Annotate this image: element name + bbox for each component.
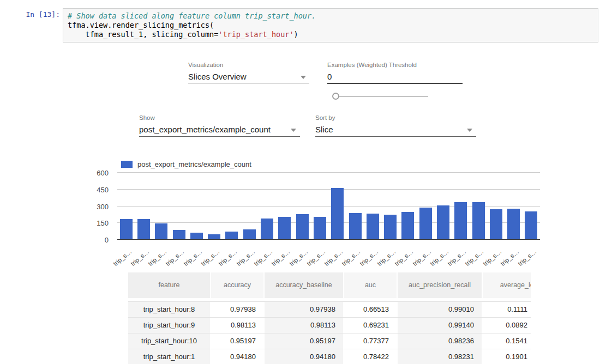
- bar-slot: [346, 173, 364, 240]
- y-tick-label: 600: [97, 169, 109, 177]
- bar-slot: [170, 173, 188, 240]
- bar[interactable]: [525, 211, 537, 240]
- code-line-comment: # Show data sliced along feature column …: [68, 11, 593, 21]
- threshold-underline: [327, 83, 463, 84]
- bar-slot: [364, 173, 381, 240]
- feature-cell: trip_start_hour:1: [128, 349, 210, 364]
- bar[interactable]: [507, 209, 520, 240]
- sort-by-select[interactable]: Slice: [315, 125, 333, 134]
- bar[interactable]: [120, 219, 133, 240]
- x-tick-slot: trip_s…: [276, 240, 293, 259]
- metric-cell: 0.98113: [263, 318, 343, 333]
- x-tick-slot: trip_s…: [153, 240, 170, 259]
- x-tick-slot: trip_s…: [241, 240, 258, 259]
- legend-label: post_export_metrics/example_count: [137, 160, 251, 168]
- x-tick-slot: trip_s…: [505, 240, 523, 259]
- sort-by-underline: [315, 136, 476, 137]
- x-tick-slot: trip_s…: [434, 240, 452, 259]
- feature-cell: trip_start_hour:8: [128, 302, 210, 317]
- cell-prompt: In [13]:: [16, 10, 60, 19]
- code-comment: # Show data sliced along feature column …: [68, 11, 316, 20]
- bar[interactable]: [155, 223, 167, 240]
- metric-cell: 0.94180: [210, 349, 263, 364]
- code-line-3: tfma_result_1, slicing_column='trip_star…: [68, 30, 593, 39]
- bar-slot: [205, 173, 223, 240]
- bar[interactable]: [314, 217, 326, 240]
- x-tick-slot: trip_s…: [117, 240, 135, 259]
- metric-cell: 0.97938: [263, 302, 343, 317]
- bar-slot: [329, 173, 346, 240]
- column-header[interactable]: accuracy_baseline: [263, 272, 343, 298]
- bar[interactable]: [173, 230, 185, 240]
- bar[interactable]: [349, 213, 362, 240]
- metric-cell: 0.1111: [482, 302, 531, 317]
- bar[interactable]: [419, 208, 432, 240]
- feature-cell: trip_start_hour:10: [128, 333, 210, 349]
- metric-cell: 0.1541: [482, 333, 531, 349]
- code-cell[interactable]: # Show data sliced along feature column …: [63, 8, 598, 43]
- bar[interactable]: [243, 229, 256, 240]
- chevron-down-icon[interactable]: [467, 129, 472, 132]
- table-header-row: featureaccuracyaccuracy_baselineaucauc_p…: [128, 272, 531, 298]
- legend-swatch-icon: [121, 161, 133, 168]
- metric-cell: 0.77377: [343, 333, 397, 349]
- visualization-select[interactable]: Slices Overview: [188, 72, 247, 81]
- chevron-down-icon[interactable]: [291, 129, 296, 132]
- table-row[interactable]: trip_start_hour:100.951970.951970.773770…: [128, 333, 531, 349]
- column-header[interactable]: auc: [343, 272, 397, 298]
- bar[interactable]: [367, 214, 379, 240]
- column-header[interactable]: auc_precision_recall: [397, 272, 482, 298]
- metric-cell: 0.1901: [482, 349, 531, 364]
- table-row[interactable]: trip_start_hour:90.981130.981130.692310.…: [128, 317, 531, 333]
- show-select[interactable]: post_export_metrics/example_count: [139, 125, 271, 134]
- bar[interactable]: [296, 214, 309, 240]
- bar-slot: [117, 173, 135, 240]
- x-tick-slot: trip_s…: [170, 240, 188, 259]
- chart-y-axis: 0150300450600: [87, 173, 113, 240]
- bar[interactable]: [437, 205, 449, 240]
- table-row[interactable]: trip_start_hour:80.979380.979380.665130.…: [128, 301, 531, 317]
- bar-slot: [452, 173, 470, 240]
- column-header[interactable]: accuracy: [210, 272, 263, 298]
- bar-slot: [523, 173, 540, 240]
- code-line-2: tfma.view.render_slicing_metrics(: [68, 21, 593, 30]
- metric-cell: 0.99010: [397, 302, 482, 317]
- metric-cell: 0.78422: [343, 349, 397, 364]
- bar[interactable]: [137, 219, 150, 240]
- y-tick-label: 0: [105, 236, 109, 244]
- bar-slot: [505, 173, 523, 240]
- bar-slot: [258, 173, 275, 240]
- x-tick-slot: trip_s…: [135, 240, 152, 259]
- x-tick-slot: trip_s…: [346, 240, 364, 259]
- bar-slot: [311, 173, 328, 240]
- metric-cell: 0.69231: [343, 318, 397, 333]
- table-header-row: featureaccuracyaccuracy_baselineaucauc_p…: [128, 272, 531, 298]
- column-header[interactable]: feature: [128, 272, 210, 298]
- bar[interactable]: [401, 212, 414, 240]
- x-tick-slot: trip_s…: [399, 240, 417, 259]
- bar-slot: [135, 173, 152, 240]
- metric-cell: 0.98236: [397, 333, 482, 349]
- column-header[interactable]: average_loss: [482, 272, 531, 298]
- chart-bars: [117, 173, 540, 240]
- bar[interactable]: [331, 188, 344, 240]
- threshold-label: Examples (Weighted) Threshold: [327, 62, 417, 68]
- threshold-slider-handle[interactable]: [332, 93, 339, 100]
- chevron-down-icon[interactable]: [301, 76, 306, 79]
- bar[interactable]: [490, 209, 502, 240]
- bar[interactable]: [225, 232, 238, 240]
- bar[interactable]: [278, 217, 291, 240]
- table-row[interactable]: trip_start_hour:10.941800.941800.784220.…: [128, 349, 531, 364]
- bar[interactable]: [261, 219, 273, 240]
- bar[interactable]: [384, 215, 397, 240]
- threshold-slider-track[interactable]: [334, 96, 428, 97]
- metric-cell: 0.94180: [263, 349, 343, 364]
- bar-slot: [381, 173, 399, 240]
- threshold-input[interactable]: 0: [327, 72, 332, 81]
- metric-cell: 0.95197: [263, 333, 343, 349]
- bar-slot: [470, 173, 487, 240]
- bar[interactable]: [454, 202, 467, 240]
- x-tick-slot: trip_s…: [417, 240, 434, 259]
- bar[interactable]: [472, 202, 485, 240]
- bar-slot: [188, 173, 205, 240]
